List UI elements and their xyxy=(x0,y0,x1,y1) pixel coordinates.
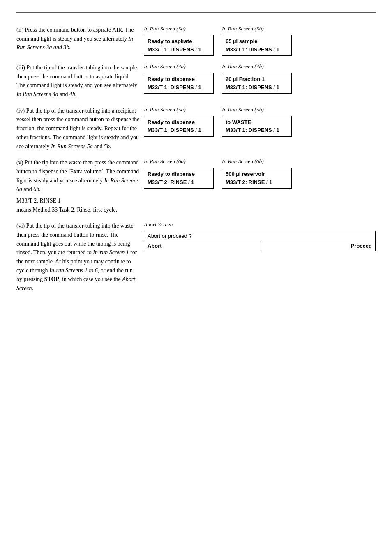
section-iv-text: (iv) Put the tip of the transfer-tubing … xyxy=(16,106,144,151)
section-vi-text: (vi) Put the tip of the transfer-tubing … xyxy=(16,221,144,293)
abort-button[interactable]: Abort xyxy=(144,241,260,251)
section-iii-screens: In Run Screen (4a) Ready to dispense M33… xyxy=(144,63,376,94)
section-vi-italic2: In-run Screens 1 to 6 xyxy=(49,267,98,274)
screen-5a-col: In Run Screen (5a) Ready to dispense M33… xyxy=(144,106,214,137)
abort-area: Abort Screen Abort or proceed ? Abort Pr… xyxy=(144,221,376,251)
section-iii-italic1: In Run Screens 4a xyxy=(16,91,58,97)
section-ii: (ii) Press the command button to aspirat… xyxy=(16,25,376,56)
screen-4b-line2: M33/T 1: DISPENS / 1 xyxy=(226,83,288,92)
screen-6b-col: In Run Screen (6b) 500 µl reservoir M33/… xyxy=(222,158,292,189)
screen-3a-label: In Run Screen (3a) xyxy=(144,25,214,32)
top-rule xyxy=(16,12,376,13)
section-iv-italic1: In Run Screens 5a xyxy=(51,143,93,150)
screen-4b-col: In Run Screen (4b) 20 µl Fraction 1 M33/… xyxy=(222,63,292,94)
screen-6b-line1: 500 µl reservoir xyxy=(226,170,288,178)
screen-3a-box: Ready to aspirate M33/T 1: DISPENS / 1 xyxy=(144,35,214,56)
screen-5b-box: to WASTE M33/T 1: DISPENS / 1 xyxy=(222,116,292,137)
section-vi-bold: STOP xyxy=(44,276,59,282)
section-v-footnote: M33/T 2: RINSE 1 xyxy=(16,196,140,205)
screen-4a-col: In Run Screen (4a) Ready to dispense M33… xyxy=(144,63,214,94)
abort-row: Abort Proceed xyxy=(144,241,375,251)
section-v-footnote2: means Method 33 Task 2, Rinse, first cyc… xyxy=(16,205,140,214)
screen-5b-line2: M33/T 1: DISPENS / 1 xyxy=(226,126,288,134)
screen-6a-box: Ready to dispense M33/T 2: RINSE / 1 xyxy=(144,168,214,189)
abort-screen-label: Abort Screen xyxy=(144,221,376,228)
screen-6a-label: In Run Screen (6a) xyxy=(144,158,214,165)
abort-screen-box: Abort or proceed ? Abort Proceed xyxy=(144,231,376,251)
section-iv: (iv) Put the tip of the transfer-tubing … xyxy=(16,106,376,151)
screen-3b-line1: 65 µl sample xyxy=(226,37,288,46)
screen-6b-box: 500 µl reservoir M33/T 2: RINSE / 1 xyxy=(222,168,292,189)
section-iv-screens: In Run Screen (5a) Ready to dispense M33… xyxy=(144,106,376,137)
screen-3b-line2: M33/T 1: DISPENS / 1 xyxy=(226,46,288,54)
screen-3a-line1: Ready to aspirate xyxy=(148,37,210,46)
screen-4a-box: Ready to dispense M33/T 1: DISPENS / 1 xyxy=(144,73,214,94)
section-vi: (vi) Put the tip of the transfer-tubing … xyxy=(16,221,376,293)
screen-6b-line2: M33/T 2: RINSE / 1 xyxy=(226,178,288,187)
screen-3b-col: In Run Screen (3b) 65 µl sample M33/T 1:… xyxy=(222,25,292,56)
section-v-screens: In Run Screen (6a) Ready to dispense M33… xyxy=(144,158,376,189)
section-iv-italic2: 5b. xyxy=(104,143,111,150)
screen-6a-line1: Ready to dispense xyxy=(148,170,210,178)
screen-5a-label: In Run Screen (5a) xyxy=(144,106,214,113)
section-ii-text: (ii) Press the command button to aspirat… xyxy=(16,25,144,52)
section-v-italic2: 6b. xyxy=(33,186,41,192)
screen-6b-label: In Run Screen (6b) xyxy=(222,158,292,165)
screen-4a-line2: M33/T 1: DISPENS / 1 xyxy=(148,83,210,92)
abort-header: Abort or proceed ? xyxy=(144,231,375,241)
screen-5a-box: Ready to dispense M33/T 1: DISPENS / 1 xyxy=(144,116,214,137)
screen-5a-line2: M33/T 1: DISPENS / 1 xyxy=(148,126,210,134)
section-iii-label: (iii) xyxy=(16,64,27,71)
section-vi-italic1: In-run Screen 1 xyxy=(93,249,129,256)
main-content: (ii) Press the command button to aspirat… xyxy=(16,25,376,300)
screen-6a-col: In Run Screen (6a) Ready to dispense M33… xyxy=(144,158,214,189)
screen-4b-label: In Run Screen (4b) xyxy=(222,63,292,70)
screen-4a-label: In Run Screen (4a) xyxy=(144,63,214,70)
screen-4b-line1: 20 µl Fraction 1 xyxy=(226,75,288,83)
screen-4b-box: 20 µl Fraction 1 M33/T 1: DISPENS / 1 xyxy=(222,73,292,94)
screen-3a-line2: M33/T 1: DISPENS / 1 xyxy=(148,46,210,54)
section-ii-screens: In Run Screen (3a) Ready to aspirate M33… xyxy=(144,25,376,56)
proceed-button[interactable]: Proceed xyxy=(260,241,376,251)
section-iv-label: (iv) xyxy=(16,108,26,114)
screen-4a-line1: Ready to dispense xyxy=(148,75,210,83)
section-iii-text: (iii) Put the tip of the transfer-tubing… xyxy=(16,63,144,99)
section-iii-italic2: 4b. xyxy=(69,91,77,97)
screen-5b-label: In Run Screen (5b) xyxy=(222,106,292,113)
screen-3b-label: In Run Screen (3b) xyxy=(222,25,292,32)
section-ii-italic: In Run Screens 3a and 3b. xyxy=(16,36,133,51)
section-v-text: (v) Put the tip into the waste then pres… xyxy=(16,158,144,214)
screen-3b-box: 65 µl sample M33/T 1: DISPENS / 1 xyxy=(222,35,292,56)
screen-5a-line1: Ready to dispense xyxy=(148,118,210,127)
screen-3a-col: In Run Screen (3a) Ready to aspirate M33… xyxy=(144,25,214,56)
screen-5b-col: In Run Screen (5b) to WASTE M33/T 1: DIS… xyxy=(222,106,292,137)
screen-5b-line1: to WASTE xyxy=(226,118,288,127)
section-ii-label: (ii) xyxy=(16,27,25,33)
section-iii: (iii) Put the tip of the transfer-tubing… xyxy=(16,63,376,99)
section-v-label: (v) xyxy=(16,159,25,166)
screen-6a-line2: M33/T 2: RINSE / 1 xyxy=(148,178,210,187)
section-vi-italic3: Abort Screen xyxy=(16,276,135,291)
section-vi-label: (vi) xyxy=(16,223,26,229)
section-v: (v) Put the tip into the waste then pres… xyxy=(16,158,376,214)
